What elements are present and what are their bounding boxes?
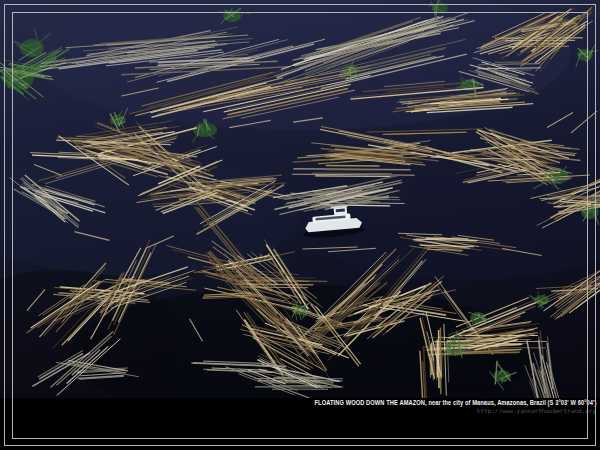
photo-caption: FLOATING WOOD DOWN THE AMAZON, near the … bbox=[315, 399, 597, 406]
photographer-url: http://www.yannarthusbertrand.org bbox=[477, 407, 596, 414]
wallpaper: FLOATING WOOD DOWN THE AMAZON, near the … bbox=[0, 0, 600, 450]
caption-bar: FLOATING WOOD DOWN THE AMAZON, near the … bbox=[0, 398, 600, 450]
photo-scene bbox=[0, 0, 600, 398]
amazon-aerial-photo bbox=[0, 0, 600, 398]
